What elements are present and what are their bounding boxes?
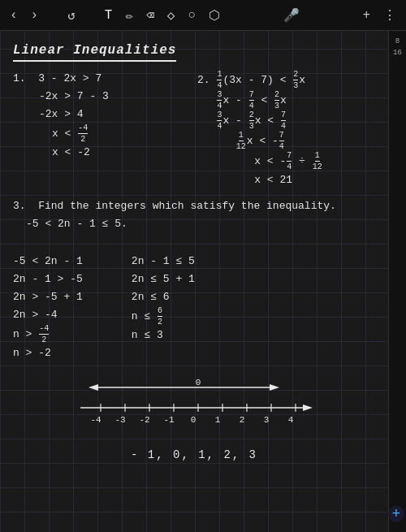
p3-statement: 3. Find the integers which satisfy the i… — [13, 197, 375, 215]
more-icon[interactable]: ⋮ — [380, 6, 400, 25]
svg-text:-3: -3 — [114, 415, 125, 425]
diamond-icon[interactable]: ◇ — [164, 6, 179, 25]
problem-2: 2. 14(3x - 7) < 23x 34x - 74 < 23x 34x -… — [197, 70, 375, 189]
p1-step4: x < -42 — [13, 123, 191, 144]
p1-step1: 1. 3 - 2x > 7 — [13, 70, 191, 88]
eraser-icon[interactable]: ⌫ — [143, 6, 158, 25]
plus-icon[interactable]: + — [359, 6, 374, 24]
p3-r1: 2n - 1 ≤ 5 — [132, 253, 195, 270]
p3-inequality: -5 < 2n - 1 ≤ 5. — [13, 215, 375, 233]
problem-3: 3. Find the integers which satisfy the i… — [13, 197, 375, 362]
mic-icon[interactable]: 🎤 — [280, 6, 303, 25]
p3-r5: n ≤ 3 — [132, 327, 195, 344]
undo-icon[interactable]: ↺ — [64, 6, 79, 25]
back-icon[interactable]: ‹ — [6, 6, 21, 24]
svg-text:-4: -4 — [90, 415, 102, 425]
p2-step1: 2. 14(3x - 7) < 23x — [197, 70, 375, 90]
number-line-svg: -4 -3 -2 -1 0 1 2 3 4 0 — [56, 375, 332, 436]
svg-text:4: 4 — [288, 415, 294, 425]
p1-step3: -2x > 4 — [13, 106, 191, 123]
p2-step4: 112x < -74 — [197, 131, 375, 151]
problems-row: 1. 3 - 2x > 7 -2x > 7 - 3 -2x > 4 x < -4… — [13, 70, 375, 189]
p1-step5: x < -2 — [13, 144, 191, 162]
p3-left: -5 < 2n - 1 2n - 1 > -5 2n > -5 + 1 2n >… — [13, 253, 83, 362]
svg-marker-4 — [303, 404, 313, 411]
p3-l6: n > -2 — [13, 344, 83, 362]
svg-text:-2: -2 — [139, 415, 149, 425]
p3-l1: -5 < 2n - 1 — [13, 253, 83, 270]
svg-text:3: 3 — [264, 415, 270, 425]
p3-r3: 2n ≤ 6 — [132, 288, 195, 306]
svg-text:0: 0 — [191, 415, 197, 425]
page-num-bottom: 16 — [393, 49, 402, 57]
p2-step6: x < 21 — [197, 171, 375, 189]
circle-icon[interactable]: ○ — [184, 6, 199, 24]
toolbar: ‹ › ↺ T ✏ ⌫ ◇ ○ ⬡ 🎤 + ⋮ — [0, 0, 406, 31]
svg-text:0: 0 — [196, 378, 201, 387]
svg-marker-2 — [270, 384, 279, 391]
text-icon[interactable]: T — [102, 6, 116, 24]
p3-r4: n ≤ 62 — [132, 306, 195, 327]
p3-l3: 2n > -5 + 1 — [13, 288, 83, 306]
shape-icon[interactable]: ⬡ — [205, 6, 223, 25]
main-content: Linear Inequalities 1. 3 - 2x > 7 -2x > … — [0, 31, 388, 532]
page-title: Linear Inequalities — [13, 41, 176, 62]
p3-l2: 2n - 1 > -5 — [13, 270, 83, 288]
pen-icon[interactable]: ✏ — [122, 6, 136, 25]
forward-icon[interactable]: › — [28, 6, 42, 24]
p3-l4: 2n > -4 — [13, 306, 83, 324]
p1-step2: -2x > 7 - 3 — [13, 88, 191, 106]
p3-r2: 2n ≤ 5 + 1 — [132, 270, 195, 288]
problem-1: 1. 3 - 2x > 7 -2x > 7 - 3 -2x > 4 x < -4… — [13, 70, 191, 189]
svg-text:-1: -1 — [163, 415, 175, 425]
p3-right: 2n - 1 ≤ 5 2n ≤ 5 + 1 2n ≤ 6 n ≤ 62 n ≤ … — [132, 253, 195, 362]
right-sidebar: 8 16 + — [388, 31, 406, 532]
answer-text: - 1, 0, 1, 2, 3 — [131, 448, 257, 461]
p3-l5: n > -42 — [13, 324, 83, 344]
page-num-top: 8 — [395, 37, 400, 45]
p2-step2: 34x - 74 < 23x — [197, 90, 375, 110]
number-line-section: -4 -3 -2 -1 0 1 2 3 4 0 — [13, 375, 375, 440]
svg-marker-1 — [89, 384, 98, 391]
svg-text:1: 1 — [215, 415, 221, 425]
p2-step3: 34x - 23x < 74 — [197, 110, 375, 131]
add-page-button[interactable]: + — [388, 506, 404, 522]
p2-step5: x < -74 ÷ 112 — [197, 151, 375, 171]
answer-display: - 1, 0, 1, 2, 3 — [13, 447, 375, 464]
svg-text:2: 2 — [240, 415, 245, 425]
